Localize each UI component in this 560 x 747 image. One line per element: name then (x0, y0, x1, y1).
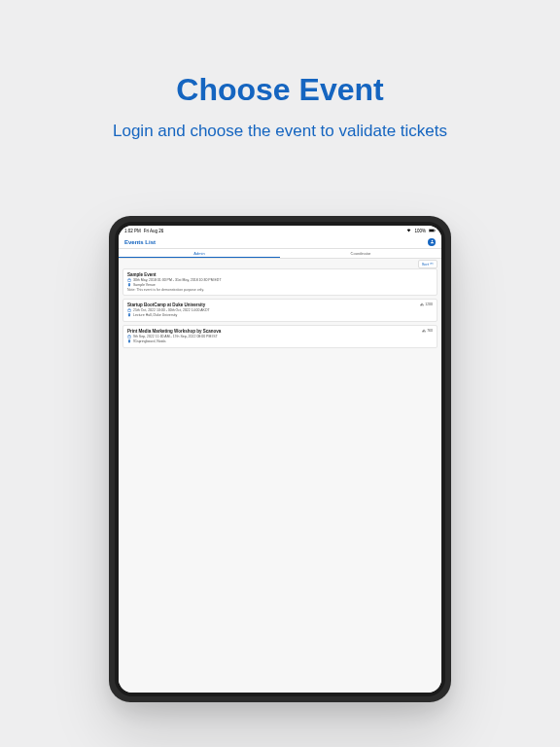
status-bar: 1:02 PM Fri Aug 26 100% (119, 226, 441, 235)
people-icon (420, 302, 424, 306)
event-title: Print Media Marketing Workshop by Scanov… (127, 329, 433, 334)
sort-row: Sort (119, 259, 441, 268)
tab-admin[interactable]: Admin (119, 249, 280, 258)
event-datetime-text: 9th Sep, 2022 11:00 AM - 17th Sep, 2022 … (133, 335, 218, 338)
event-title: Startup BootCamp at Duke University (127, 302, 433, 307)
event-card[interactable]: 760 Print Media Marketing Workshop by Sc… (122, 325, 438, 348)
event-venue: Lecture Hall, Duke University (127, 313, 433, 317)
event-venue-text: Sample Venue (133, 283, 156, 287)
tablet-inner: 1:02 PM Fri Aug 26 100% Events List (115, 222, 445, 696)
page-title: Choose Event (0, 0, 560, 108)
app-header: Events List (119, 235, 441, 249)
status-time: 1:02 PM (124, 229, 141, 233)
event-venue: 91springboard, Noida (127, 339, 433, 343)
sort-button[interactable]: Sort (418, 260, 438, 268)
event-datetime: 30th May, 2018 01:30 PM - 31st May, 2018… (127, 278, 433, 282)
event-note: Note: This event is for demonstration pu… (127, 288, 433, 292)
event-datetime: 9th Sep, 2022 11:00 AM - 17th Sep, 2022 … (127, 335, 433, 338)
battery-icon (429, 229, 436, 233)
location-icon (127, 313, 131, 317)
event-datetime-text: 25th Oct, 2022 10:00 - 30th Oct, 2022 14… (133, 308, 210, 312)
location-icon (127, 339, 131, 343)
people-icon (422, 329, 426, 333)
event-attendee-count: 1200 (420, 302, 433, 306)
event-count-text: 760 (427, 329, 433, 333)
event-venue-text: 91springboard, Noida (133, 339, 165, 343)
svg-rect-2 (435, 230, 436, 231)
tablet-frame: 1:02 PM Fri Aug 26 100% Events List (109, 216, 451, 702)
user-avatar-icon[interactable] (428, 238, 436, 246)
sort-label: Sort (422, 262, 429, 267)
event-venue-text: Lecture Hall, Duke University (133, 313, 177, 317)
app-header-title: Events List (124, 239, 156, 245)
event-datetime: 25th Oct, 2022 10:00 - 30th Oct, 2022 14… (127, 308, 433, 312)
tab-coordinator[interactable]: Coordinator (280, 249, 441, 258)
event-title: Sample Event (127, 272, 433, 277)
event-card[interactable]: 1200 Startup BootCamp at Duke University… (122, 299, 438, 322)
status-battery: 100% (414, 229, 426, 233)
status-date: Fri Aug 26 (144, 229, 164, 233)
event-venue: Sample Venue (127, 283, 433, 287)
content-area: Sort Sample Event 30th May, 2018 01:30 P… (119, 259, 441, 693)
svg-rect-1 (429, 229, 434, 231)
event-datetime-text: 30th May, 2018 01:30 PM - 31st May, 2018… (133, 278, 222, 282)
location-icon (127, 283, 131, 287)
calendar-icon (127, 335, 131, 338)
event-attendee-count: 760 (422, 329, 433, 333)
event-count-text: 1200 (425, 302, 433, 306)
sort-icon (430, 262, 434, 267)
tablet-screen: 1:02 PM Fri Aug 26 100% Events List (119, 226, 441, 693)
event-card[interactable]: Sample Event 30th May, 2018 01:30 PM - 3… (122, 268, 438, 296)
calendar-icon (127, 278, 131, 282)
calendar-icon (127, 308, 131, 312)
wifi-icon (406, 228, 411, 233)
page-subtitle: Login and choose the event to validate t… (0, 122, 560, 141)
tabs: Admin Coordinator (119, 249, 441, 259)
